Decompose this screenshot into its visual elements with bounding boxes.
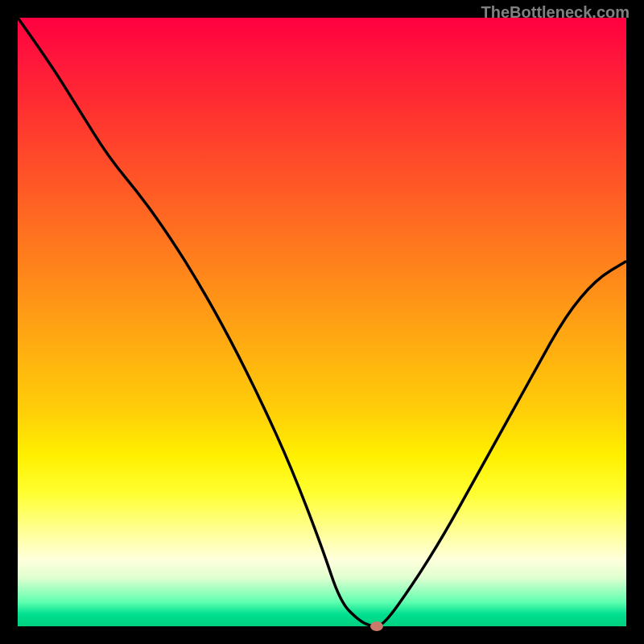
chart-plot-area (18, 18, 626, 626)
optimal-point-marker (370, 621, 383, 631)
watermark-text: TheBottleneck.com (481, 3, 630, 22)
bottleneck-curve (18, 18, 626, 626)
curve-svg (18, 18, 626, 626)
